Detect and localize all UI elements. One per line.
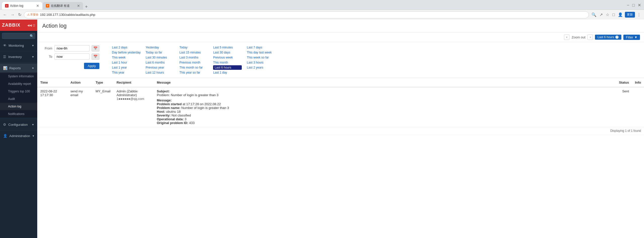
apply-button[interactable]: Apply: [84, 63, 99, 69]
sidebar-item-inventory[interactable]: ☰ Inventory ▼: [0, 52, 37, 61]
shortcut-previous-week[interactable]: Previous week: [213, 55, 242, 60]
shortcut-last-5-minutes[interactable]: Last 5 minutes: [213, 45, 242, 50]
tab-close-inactive[interactable]: ✕: [77, 4, 80, 8]
browser-tabs: Z Action log ✕ Y 在线翻译 有道 ✕ + − □ ✕: [0, 0, 644, 10]
sidebar-search-container: 🔍: [0, 31, 37, 41]
reload-button[interactable]: ↻: [17, 11, 22, 18]
logo-controls: ◀◀ ⊡: [27, 24, 35, 27]
sidebar-item-monitoring[interactable]: 👁 Monitoring ▼: [0, 41, 37, 50]
shortcut-previous-month[interactable]: Previous month: [179, 60, 208, 65]
recipient-email: 1●●●●●●@qq.com: [116, 97, 151, 101]
shortcut-this-week-so-far[interactable]: This week so far: [247, 55, 275, 60]
reports-icon: 📊: [3, 66, 7, 70]
sidebar-item-administration[interactable]: 👤 Administration ▼: [0, 131, 37, 140]
profile-button[interactable]: 👤: [617, 11, 624, 18]
bookmark-button[interactable]: ☆: [605, 11, 610, 18]
submenu-item-audit[interactable]: Audit: [0, 95, 37, 103]
shortcut-last-2-days[interactable]: Last 2 days: [112, 45, 141, 50]
cell-message: Subject: Problem: Number of login is gre…: [154, 87, 616, 127]
minimize-button[interactable]: −: [626, 2, 630, 9]
message-text: Problem started at 17:17:28 on 2022.08.2…: [157, 102, 229, 125]
update-button[interactable]: 更新: [625, 12, 635, 18]
from-input[interactable]: [54, 45, 90, 51]
to-calendar-button[interactable]: 📅: [92, 53, 99, 60]
browser-tab-inactive[interactable]: Y 在线翻译 有道 ✕: [43, 2, 83, 10]
shortcut-this-month[interactable]: This month: [213, 60, 242, 65]
shortcut-this-week[interactable]: This week: [112, 55, 141, 60]
filter-button[interactable]: Filter ▼: [623, 35, 640, 40]
shortcut-today-so-far[interactable]: Today so far: [146, 50, 174, 55]
zoom-button[interactable]: 🔍: [590, 11, 597, 18]
table-row: 2022-08-2217:17:30 send my email MY_Emai…: [37, 87, 644, 127]
sidebar-collapse-button[interactable]: ◀◀: [27, 24, 32, 27]
to-input[interactable]: [54, 53, 90, 60]
share-button[interactable]: ↗: [598, 11, 604, 18]
shortcut-previous-year[interactable]: Previous year: [146, 65, 174, 70]
shortcut-last-7-days[interactable]: Last 7 days: [247, 45, 275, 50]
submenu-item-notifications[interactable]: Notifications: [0, 110, 37, 118]
security-warning: ⚠ 不安全: [27, 13, 38, 17]
shortcut-last-3-months[interactable]: Last 3 months: [179, 55, 208, 60]
nav-separator-4: [0, 130, 37, 130]
shortcut-last-15-minutes[interactable]: Last 15 minutes: [179, 50, 208, 55]
shortcut-this-year-so-far[interactable]: This year so far: [179, 70, 208, 75]
shortcut-last-6-months[interactable]: Last 6 months: [146, 60, 174, 65]
submenu-item-triggers-top-100[interactable]: Triggers top 100: [0, 88, 37, 95]
shortcut-this-year[interactable]: This year: [112, 70, 141, 75]
message-subject-label: Subject:: [157, 89, 613, 93]
footer-text: Displaying 1 of 1 found: [37, 127, 644, 135]
shortcut-last-1-year[interactable]: Last 1 year: [112, 65, 141, 70]
browser-chrome: Z Action log ✕ Y 在线翻译 有道 ✕ + − □ ✕ ← → ↻…: [0, 0, 644, 20]
submenu-item-system-information[interactable]: System information: [0, 73, 37, 80]
tab-title-inactive: 在线翻译 有道: [51, 4, 70, 8]
col-header-status: Status: [616, 78, 632, 87]
menu-button[interactable]: ⋮: [636, 11, 642, 18]
sidebar-item-configuration[interactable]: ⚙ Configuration ▼: [0, 120, 37, 129]
browser-toolbar: ← → ↻ ⚠ 不安全 192.168.177.130/zabbix/audit…: [0, 10, 644, 20]
shortcut-this-month-so-far[interactable]: This month so far: [179, 65, 208, 70]
from-calendar-button[interactable]: 📅: [92, 45, 99, 51]
address-bar[interactable]: ⚠ 不安全 192.168.177.130/zabbix/auditacts.p…: [24, 11, 589, 18]
sidebar-expand-button[interactable]: ⊡: [33, 24, 35, 27]
shortcut-last-30-days[interactable]: Last 30 days: [213, 50, 242, 55]
sidebar: ZABBIX ◀◀ ⊡ 🔍 👁 Monitoring ▼ ☰ Inve: [0, 20, 37, 238]
shortcut-last-30-minutes[interactable]: Last 30 minutes: [146, 55, 174, 60]
administration-icon: 👤: [3, 134, 7, 138]
shortcut-today[interactable]: Today: [179, 45, 208, 50]
nav-separator-2: [0, 62, 37, 63]
sidebar-item-configuration-label: Configuration: [8, 123, 28, 127]
zoom-back-button[interactable]: ‹: [564, 34, 570, 40]
administration-arrow-icon: ▼: [32, 135, 34, 137]
main-header: Action log: [37, 20, 644, 32]
restore-button[interactable]: □: [631, 2, 636, 9]
shortcut-last-12-hours[interactable]: Last 12 hours: [146, 70, 174, 75]
shortcut-day-before-yesterday[interactable]: Day before yesterday: [112, 50, 141, 55]
tab-close-active[interactable]: ✕: [36, 4, 39, 8]
cell-time: 2022-08-2217:17:30: [37, 87, 67, 127]
content-area: Time Action Type Recipient Message Statu…: [37, 78, 644, 238]
sidebar-item-reports[interactable]: 📊 Reports ▼: [0, 64, 37, 73]
shortcut-last-1-day[interactable]: Last 1 day: [213, 70, 242, 75]
close-window-button[interactable]: ✕: [637, 2, 642, 9]
tab-favicon-zabbix: Z: [5, 4, 9, 8]
extensions-button[interactable]: □: [611, 12, 616, 18]
shortcut-this-day-last-week[interactable]: This day last week: [247, 50, 275, 55]
back-button[interactable]: ←: [2, 12, 8, 18]
submenu-item-availability-report[interactable]: Availability report: [0, 80, 37, 88]
sidebar-item-reports-label: Reports: [9, 66, 21, 70]
main-content: Action log ‹ Zoom out › Last 6 hours 🕐 F…: [37, 20, 644, 238]
submenu-item-action-log[interactable]: Action log: [0, 103, 37, 110]
reports-arrow-icon: ▼: [32, 67, 34, 70]
forward-button[interactable]: →: [10, 12, 16, 18]
shortcut-yesterday[interactable]: Yesterday: [146, 45, 174, 50]
zoom-forward-button[interactable]: ›: [587, 34, 593, 40]
shortcut-last-2-years[interactable]: Last 2 years: [247, 65, 275, 70]
shortcut-last-3-hours[interactable]: Last 3 hours: [247, 60, 275, 65]
shortcut-last-1-hour[interactable]: Last 1 hour: [112, 60, 141, 65]
new-tab-button[interactable]: +: [83, 4, 90, 10]
table-footer-row: Displaying 1 of 1 found: [37, 127, 644, 135]
table-header: Time Action Type Recipient Message Statu…: [37, 78, 644, 87]
browser-tab-active[interactable]: Z Action log ✕: [2, 2, 42, 10]
search-icon[interactable]: 🔍: [30, 34, 34, 38]
shortcut-last-6-hours[interactable]: Last 6 hours: [213, 65, 242, 70]
